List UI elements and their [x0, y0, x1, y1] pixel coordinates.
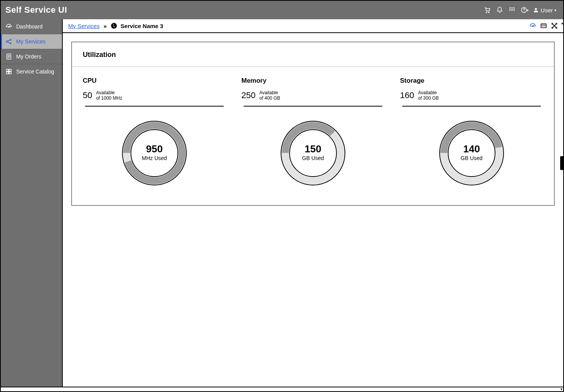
dashboard-view-icon[interactable] — [529, 22, 536, 29]
svg-text:GB Used: GB Used — [302, 155, 324, 161]
available-value: 50 — [83, 90, 92, 100]
donut-chart: 140 GB Used — [400, 117, 543, 190]
svg-text:150: 150 — [305, 143, 321, 155]
apps-icon[interactable] — [506, 4, 518, 16]
list-view-icon[interactable] — [540, 22, 547, 29]
metric-divider — [244, 106, 382, 107]
metric-title: Memory — [241, 77, 385, 85]
sidebar-item-my-orders[interactable]: My Orders — [1, 49, 62, 64]
svg-point-12 — [6, 41, 8, 43]
sidebar: Dashboard My Services My Orders Service … — [1, 19, 62, 391]
metric-memory: Memory 250 Availableof 400 GB 150 GB Use… — [241, 77, 385, 190]
help-icon[interactable]: ▾ — [518, 4, 531, 16]
sidebar-item-dashboard[interactable]: Dashboard — [1, 19, 62, 34]
svg-text:GB Used: GB Used — [461, 155, 483, 161]
svg-point-26 — [552, 27, 553, 28]
svg-rect-6 — [512, 10, 513, 11]
breadcrumb: My Services » Service Name 3 — [63, 19, 563, 33]
svg-point-13 — [10, 39, 11, 40]
svg-point-23 — [554, 25, 555, 27]
top-navbar: Self Service UI ▾ User ▾ — [1, 1, 563, 19]
donut-chart: 150 GB Used — [241, 117, 385, 190]
panel-divider — [72, 67, 554, 67]
orders-icon — [5, 53, 12, 60]
svg-point-0 — [486, 12, 487, 13]
donut-chart: 950 MHz Used — [83, 117, 226, 190]
sidebar-item-label: My Orders — [16, 53, 41, 60]
sidebar-item-label: My Services — [16, 38, 45, 45]
svg-point-9 — [524, 11, 524, 12]
utilization-panel: Utilization CPU 50 Availableof 1000 MHz … — [71, 42, 555, 206]
available-value: 160 — [400, 90, 414, 100]
metric-title: Storage — [400, 77, 543, 85]
catalog-icon — [5, 68, 12, 75]
svg-text:140: 140 — [463, 143, 480, 155]
svg-text:950: 950 — [146, 143, 162, 155]
metric-available: 250 Availableof 400 GB — [241, 90, 385, 101]
topology-view-icon[interactable] — [551, 22, 558, 29]
bell-icon[interactable] — [494, 4, 506, 16]
svg-rect-17 — [9, 69, 11, 71]
svg-text:MHz Used: MHz Used — [142, 155, 167, 161]
svg-point-24 — [552, 23, 553, 24]
svg-rect-22 — [541, 24, 546, 28]
svg-rect-16 — [7, 69, 8, 71]
svg-rect-2 — [510, 7, 511, 8]
svg-point-14 — [10, 43, 11, 44]
svg-point-20 — [111, 23, 117, 29]
metric-cpu: CPU 50 Availableof 1000 MHz 950 MHz Used — [83, 77, 226, 190]
dashboard-icon — [5, 23, 12, 30]
svg-rect-3 — [512, 7, 513, 8]
app-title: Self Service UI — [5, 5, 67, 15]
metric-available: 160 Availableof 300 GB — [400, 90, 543, 101]
svg-rect-19 — [9, 72, 11, 74]
cart-icon[interactable] — [481, 4, 494, 16]
available-label: Availableof 1000 MHz — [96, 90, 122, 101]
metric-available: 50 Availableof 1000 MHz — [83, 90, 226, 101]
service-type-icon — [110, 22, 117, 29]
user-menu[interactable]: User ▾ — [531, 7, 559, 13]
metric-divider — [85, 106, 224, 107]
sidebar-item-service-catalog[interactable]: Service Catalog — [1, 64, 62, 79]
services-icon — [5, 38, 12, 45]
svg-rect-5 — [510, 10, 511, 11]
metric-storage: Storage 160 Availableof 300 GB 140 GB Us… — [400, 77, 543, 190]
available-label: Availableof 400 GB — [259, 90, 280, 101]
panel-title: Utilization — [83, 51, 543, 59]
metric-divider — [402, 106, 541, 107]
window-footer: ▾ — [1, 387, 563, 391]
svg-point-25 — [556, 23, 557, 24]
svg-point-10 — [535, 8, 537, 10]
breadcrumb-parent-link[interactable]: My Services — [68, 23, 100, 29]
svg-point-1 — [489, 12, 489, 13]
svg-rect-7 — [514, 10, 515, 11]
available-label: Availableof 300 GB — [418, 90, 439, 101]
sidebar-item-label: Dashboard — [16, 23, 43, 30]
breadcrumb-separator: » — [104, 23, 107, 29]
svg-rect-4 — [514, 7, 515, 8]
content-area: Utilization CPU 50 Availableof 1000 MHz … — [63, 33, 563, 391]
sidebar-item-label: Service Catalog — [16, 68, 54, 75]
breadcrumb-current: Service Name 3 — [120, 23, 163, 29]
svg-point-27 — [556, 27, 557, 28]
user-label: User — [541, 7, 553, 13]
available-value: 250 — [241, 90, 256, 100]
metric-title: CPU — [83, 77, 226, 85]
sidebar-item-my-services[interactable]: My Services — [1, 34, 62, 49]
svg-rect-18 — [7, 72, 8, 74]
